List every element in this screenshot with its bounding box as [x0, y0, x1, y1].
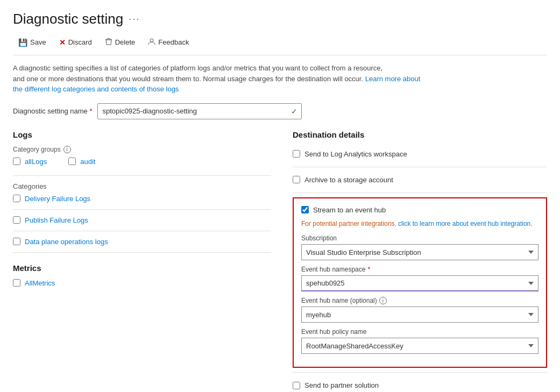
log-analytics-label[interactable]: Send to Log Analytics workspace [304, 150, 407, 158]
setting-name-row: Diagnostic setting name * ✓ [13, 103, 547, 119]
policy-select[interactable]: RootManageSharedAccessKey [301, 338, 538, 354]
subscription-field: Subscription Visual Studio Enterprise Su… [301, 234, 538, 260]
delete-icon [105, 38, 112, 47]
category-groups-row: allLogs audit [13, 158, 271, 169]
subscription-select[interactable]: Visual Studio Enterprise Subscription [301, 244, 538, 260]
svg-rect-1 [107, 38, 110, 39]
subscription-label: Subscription [301, 234, 538, 242]
description-area: A diagnostic setting specifies a list of… [13, 63, 422, 95]
delivery-failure-checkbox[interactable] [13, 195, 20, 202]
toolbar: 💾 Save ✕ Discard Delete [13, 35, 547, 55]
setting-name-wrapper: ✓ [97, 103, 302, 119]
delivery-failure-label[interactable]: Delivery Failure Logs [25, 195, 90, 203]
destination-section-title: Destination details [293, 130, 547, 139]
description-text1: A diagnostic setting specifies a list of… [13, 64, 382, 72]
event-hub-section: Stream to an event hub For potential par… [293, 197, 547, 368]
event-hub-namespace-label: Event hub namespace * [301, 266, 538, 273]
partner-solution-row: Send to partner solution [293, 377, 547, 392]
namespace-dropdown-wrapper: spehub0925 [301, 275, 538, 291]
main-content: Logs Category groups i allLogs audit [13, 130, 547, 393]
data-plane-label[interactable]: Data plane operations logs [25, 238, 108, 246]
data-plane-separator [13, 252, 271, 253]
log-analytics-row: Send to Log Analytics workspace [293, 146, 547, 162]
logs-separator [13, 175, 271, 176]
validation-checkmark: ✓ [291, 107, 297, 116]
archive-separator [293, 193, 547, 193]
metrics-section-title: Metrics [13, 263, 271, 273]
event-hub-name-dropdown-wrapper: myehub [301, 307, 538, 323]
publish-separator [13, 231, 271, 231]
required-indicator: * [89, 107, 92, 115]
policy-dropdown-wrapper: RootManageSharedAccessKey [301, 338, 538, 354]
feedback-button[interactable]: Feedback [143, 35, 194, 49]
page-title-area: Diagnostic setting ··· [13, 11, 547, 27]
event-hub-info: For potential partner integrations, clic… [301, 219, 538, 229]
title-ellipsis: ··· [129, 13, 140, 25]
log-analytics-checkbox[interactable] [293, 150, 300, 158]
all-logs-label[interactable]: allLogs [25, 158, 47, 166]
event-hub-policy-field: Event hub policy name RootManageSharedAc… [301, 328, 538, 354]
partner-solution-label[interactable]: Send to partner solution [304, 381, 379, 389]
category-groups-info-icon[interactable]: i [63, 146, 71, 153]
audit-label[interactable]: audit [80, 158, 95, 166]
namespace-required-indicator: * [367, 266, 370, 273]
publish-failure-checkbox[interactable] [13, 216, 20, 224]
audit-checkbox-row: audit [68, 158, 95, 166]
metrics-section: Metrics AllMetrics [13, 263, 271, 287]
logs-section: Logs Category groups i allLogs audit [13, 130, 271, 253]
partner-solution-checkbox[interactable] [293, 382, 300, 389]
event-hub-policy-label: Event hub policy name [301, 328, 538, 336]
discard-button[interactable]: ✕ Discard [54, 35, 97, 49]
delivery-failure-row: Delivery Failure Logs [13, 195, 271, 203]
audit-checkbox[interactable] [68, 158, 76, 165]
all-logs-checkbox[interactable] [13, 158, 20, 165]
event-hub-name-label: Event hub name (optional) i [301, 297, 538, 304]
categories-label: Categories [13, 182, 271, 190]
archive-storage-label[interactable]: Archive to a storage account [304, 176, 393, 184]
event-hub-label[interactable]: Stream to an event hub [313, 206, 386, 214]
publish-failure-label[interactable]: Publish Failure Logs [25, 216, 88, 224]
setting-name-input[interactable] [97, 103, 302, 119]
event-hub-name-select[interactable]: myehub [301, 307, 538, 323]
all-metrics-label[interactable]: AllMetrics [25, 279, 55, 287]
archive-storage-checkbox[interactable] [293, 176, 300, 183]
all-logs-checkbox-row: allLogs [13, 158, 47, 166]
event-hub-namespace-field: Event hub namespace * spehub0925 [301, 266, 538, 291]
partner-separator [293, 372, 547, 373]
namespace-select[interactable]: spehub0925 [301, 275, 538, 291]
discard-icon: ✕ [59, 38, 66, 47]
left-panel: Logs Category groups i allLogs audit [13, 130, 271, 393]
event-hub-checkbox[interactable] [301, 206, 309, 213]
archive-storage-row: Archive to a storage account [293, 172, 547, 188]
setting-name-label: Diagnostic setting name * [13, 107, 92, 115]
event-hub-name-info-icon[interactable]: i [379, 297, 387, 304]
log-analytics-separator [293, 167, 547, 167]
delivery-separator [13, 209, 271, 210]
publish-failure-row: Publish Failure Logs [13, 216, 271, 224]
category-groups-label: Category groups i [13, 146, 271, 153]
event-hub-name-field: Event hub name (optional) i myehub [301, 297, 538, 323]
delete-button[interactable]: Delete [100, 35, 141, 49]
description-text2: and one or more destinations that you wo… [13, 75, 363, 83]
right-panel: Destination details Send to Log Analytic… [293, 130, 547, 393]
subscription-dropdown-wrapper: Visual Studio Enterprise Subscription [301, 244, 538, 260]
svg-point-2 [150, 39, 153, 42]
all-metrics-row: AllMetrics [13, 279, 271, 287]
event-hub-header: Stream to an event hub [301, 206, 538, 214]
event-hub-link[interactable]: click to learn more about event hub inte… [398, 220, 532, 227]
page-title: Diagnostic setting [13, 11, 123, 27]
feedback-icon [148, 38, 155, 47]
all-metrics-checkbox[interactable] [13, 279, 20, 287]
data-plane-checkbox[interactable] [13, 238, 20, 245]
save-button[interactable]: 💾 Save [13, 35, 52, 49]
logs-section-title: Logs [13, 130, 271, 139]
data-plane-row: Data plane operations logs [13, 238, 271, 246]
save-icon: 💾 [18, 38, 27, 47]
